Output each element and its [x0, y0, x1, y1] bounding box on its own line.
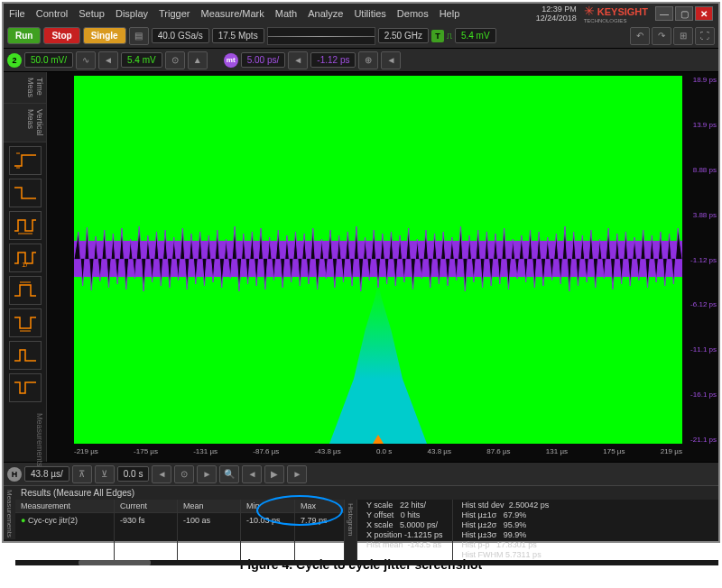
menubar: File Control Setup Display Trigger Measu…: [4, 4, 718, 23]
meas-tool-duty-neg[interactable]: [9, 373, 42, 402]
trigger-badge[interactable]: T: [431, 30, 444, 42]
channel-toolbar: 2 50.0 mV/ ∿ ◄ 5.4 mV ⊙ ▲ mt 5.00 ps/ ◄ …: [4, 49, 718, 72]
h-zoom-in-icon[interactable]: ⊼: [72, 465, 92, 483]
nav-prev-icon[interactable]: ◄: [242, 465, 262, 483]
acquisition-toolbar: Run Stop Single ▤ 40.0 GSa/s 17.5 Mpts 2…: [4, 23, 718, 49]
bandwidth-field[interactable]: 2.50 GHz: [378, 28, 429, 43]
meas-tool-duty-pos[interactable]: [9, 341, 42, 370]
keysight-logo: ✳ KEYSIGHTTECHNOLOGIES: [584, 4, 648, 23]
datetime-display: 12:39 PM 12/24/2018: [536, 5, 577, 23]
menu-measure[interactable]: Measure/Mark: [200, 8, 264, 19]
h-scale-field[interactable]: 43.8 µs/: [24, 466, 69, 482]
col-min: Min: [241, 500, 294, 513]
measurement-tools-sidebar: Time Meas Vertical Meas 1/ Measurements: [4, 72, 47, 462]
multiwindow-icon[interactable]: ⊞: [673, 27, 693, 45]
memory-depth-field[interactable]: 17.5 Mpts: [212, 28, 264, 43]
display-mode-icon[interactable]: ▤: [129, 27, 149, 45]
tab-histogram[interactable]: Histogram: [345, 500, 356, 560]
results-title: Results (Measure All Edges): [15, 486, 718, 500]
meas-tool-rise-time[interactable]: [9, 146, 42, 175]
waveform-display[interactable]: 18.9 ps 13.9 ps 8.88 ps 3.88 ps -1.12 ps…: [47, 72, 718, 462]
y-axis-labels: 18.9 ps 13.9 ps 8.88 ps 3.88 ps -1.12 ps…: [684, 76, 717, 444]
hist-stats-left: Y scale 22 hits/ Y offset 0 hits X scale…: [356, 500, 452, 560]
meas-tool-fall-time[interactable]: [9, 179, 42, 207]
run-button[interactable]: Run: [7, 27, 41, 44]
mt-offset-field[interactable]: -1.12 ps: [310, 52, 356, 68]
ch2-zero-icon[interactable]: ⊙: [165, 51, 185, 69]
trigger-level-field[interactable]: 5.4 mV: [455, 28, 496, 43]
stop-button[interactable]: Stop: [43, 27, 79, 44]
trigger-marker-icon: [373, 435, 384, 444]
svg-text:1/: 1/: [22, 261, 28, 269]
meas-tool-neg-width[interactable]: [9, 308, 42, 337]
tab-vertical-meas[interactable]: Vertical Meas: [4, 104, 46, 142]
close-button[interactable]: ✕: [695, 6, 713, 21]
plot-canvas[interactable]: [74, 76, 682, 444]
channel-2-badge[interactable]: 2: [7, 53, 22, 68]
menu-trigger[interactable]: Trigger: [159, 8, 190, 19]
maximize-button[interactable]: ▢: [675, 6, 693, 21]
cell-min: -10.03 ps: [241, 513, 294, 528]
hist-stats-right: Hist std dev 2.50042 ps Hist µ±1σ 67.9% …: [452, 500, 559, 560]
tab-measurements-collapsed[interactable]: Measurements: [4, 406, 46, 474]
menu-demos[interactable]: Demos: [397, 8, 429, 19]
h-zero-icon[interactable]: ⊙: [174, 465, 194, 483]
meas-tool-period[interactable]: [9, 211, 42, 240]
redo-icon[interactable]: ↷: [652, 27, 671, 45]
fullscreen-icon[interactable]: ⛶: [695, 27, 715, 45]
tab-time-meas[interactable]: Time Meas: [4, 72, 46, 104]
x-axis-labels: -219 µs -175 µs -131 µs -87.6 µs -43.8 µ…: [74, 447, 682, 460]
ch2-offset-field[interactable]: 5.4 mV: [121, 52, 162, 68]
ch2-up-icon[interactable]: ▲: [188, 51, 208, 69]
menu-utilities[interactable]: Utilities: [354, 8, 385, 19]
cell-mean: -100 as: [178, 513, 240, 528]
undo-icon[interactable]: ↶: [630, 27, 650, 45]
menu-setup[interactable]: Setup: [79, 8, 105, 19]
results-table: Measurement ● Cyc-cyc jitr(2) Current -9…: [15, 500, 718, 560]
horizontal-badge[interactable]: H: [7, 467, 22, 482]
ch2-coupling-icon[interactable]: ∿: [76, 51, 96, 69]
h-zoom-out-icon[interactable]: ⊻: [95, 465, 115, 483]
menu-control[interactable]: Control: [36, 8, 68, 19]
menu-math[interactable]: Math: [275, 8, 297, 19]
zoom-tool-icon[interactable]: 🔍: [219, 465, 239, 483]
menu-help[interactable]: Help: [440, 8, 460, 19]
results-scrollbar[interactable]: [15, 560, 718, 565]
nav-next-icon[interactable]: ►: [287, 465, 307, 483]
meas-tool-pos-width[interactable]: [9, 276, 42, 305]
ch2-scale-field[interactable]: 50.0 mV/: [24, 52, 73, 68]
col-measurement: Measurement: [15, 500, 114, 513]
h-offset-field[interactable]: 0.0 s: [117, 466, 150, 482]
jitter-trace: [74, 223, 682, 295]
single-button[interactable]: Single: [83, 27, 126, 44]
mt-scale-field[interactable]: 5.00 ps/: [241, 52, 286, 68]
play-icon[interactable]: ▶: [264, 465, 284, 483]
minimize-button[interactable]: —: [655, 6, 673, 21]
overview-waveform[interactable]: [267, 27, 375, 45]
h-prev-icon[interactable]: ◄: [152, 465, 171, 483]
cell-max: 7.79 ps: [295, 513, 344, 528]
col-mean: Mean: [178, 500, 240, 513]
tab-measurements[interactable]: Measurements: [4, 486, 15, 539]
col-current: Current: [115, 500, 177, 513]
menu-display[interactable]: Display: [116, 8, 148, 19]
h-next-icon[interactable]: ►: [197, 465, 217, 483]
mt-next-icon[interactable]: ◄: [381, 51, 401, 69]
col-max: Max: [295, 500, 344, 513]
cell-meas-name[interactable]: ● Cyc-cyc jitr(2): [15, 513, 114, 528]
cell-current: -930 fs: [115, 513, 177, 528]
ch2-prev-icon[interactable]: ◄: [98, 51, 118, 69]
menu-analyze[interactable]: Analyze: [308, 8, 343, 19]
results-panel: Measurements Results (Measure All Edges)…: [4, 485, 718, 539]
math-trace-badge[interactable]: mt: [224, 53, 238, 68]
sample-rate-field[interactable]: 40.0 GSa/s: [152, 28, 209, 43]
menu-file[interactable]: File: [9, 8, 25, 19]
horizontal-toolbar: H 43.8 µs/ ⊼ ⊻ 0.0 s ◄ ⊙ ► 🔍 ◄ ▶ ►: [4, 462, 718, 485]
meas-tool-frequency[interactable]: 1/: [9, 243, 42, 272]
histogram-overlay: [297, 281, 459, 444]
mt-prev-icon[interactable]: ◄: [288, 51, 308, 69]
mt-add-icon[interactable]: ⊕: [358, 51, 378, 69]
